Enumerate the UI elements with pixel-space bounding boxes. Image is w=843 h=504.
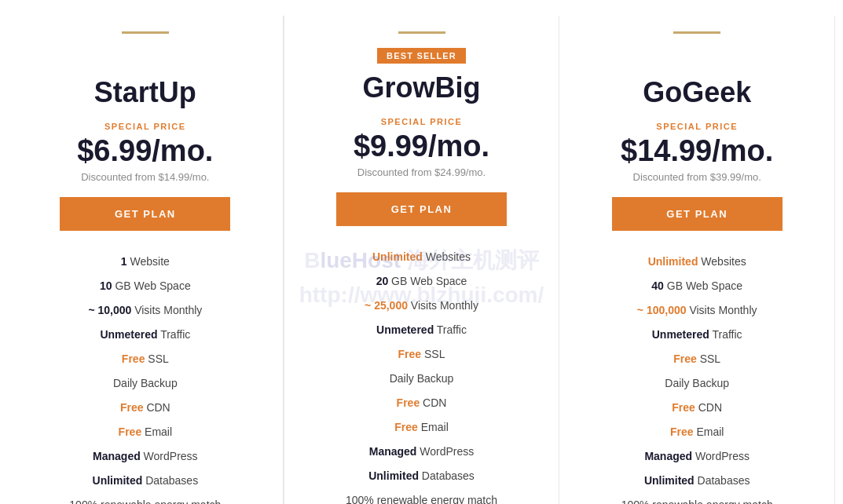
feature-bold: 10 (100, 279, 112, 292)
feature-bold: Free (119, 425, 142, 438)
discounted-from-growbig: Discounted from $24.99/mo. (308, 166, 536, 178)
feature-item: ~ 25,000 Visits Monthly (308, 294, 536, 318)
features-list-gogeek: Unlimited Websites40 GB Web Space~ 100,0… (583, 250, 811, 504)
feature-item: 100% renewable energy match (583, 493, 811, 504)
get-plan-button-gogeek[interactable]: GET PLAN (612, 197, 783, 231)
feature-item: Managed WordPress (308, 440, 536, 464)
get-plan-button-growbig[interactable]: GET PLAN (336, 192, 507, 226)
feature-item: Managed WordPress (31, 444, 259, 469)
plan-divider-gogeek (673, 31, 720, 34)
feature-item: Unlimited Websites (308, 245, 536, 269)
feature-item: Unlimited Databases (308, 464, 536, 488)
features-list-growbig: Unlimited Websites20 GB Web Space~ 25,00… (308, 245, 536, 504)
feature-item: 100% renewable energy match (308, 488, 536, 504)
feature-bold: Free (398, 348, 422, 360)
feature-item: Daily Backup (31, 371, 259, 396)
badge-placeholder (31, 48, 259, 68)
plan-card-gogeek: GoGeekSPECIAL PRICE$14.99/mo.Discounted … (559, 16, 835, 504)
feature-bold: Unlimited (368, 469, 419, 482)
feature-item: Free SSL (308, 342, 536, 367)
feature-bold: Unmetered (652, 328, 709, 341)
feature-bold: Free (122, 352, 145, 365)
feature-item: Unmetered Traffic (308, 318, 536, 342)
feature-bold: Unmetered (376, 323, 434, 336)
price-startup: $6.99/mo. (31, 134, 259, 168)
discounted-from-gogeek: Discounted from $39.99/mo. (583, 171, 811, 183)
feature-item: Free Email (308, 415, 536, 440)
feature-item: Free CDN (583, 396, 811, 420)
feature-item: ~ 100,000 Visits Monthly (583, 298, 811, 323)
plan-name-growbig: GrowBig (308, 71, 536, 104)
badge-placeholder (583, 48, 811, 68)
feature-bold: Unlimited (648, 255, 698, 268)
price-gogeek: $14.99/mo. (583, 134, 811, 168)
feature-item: Free CDN (308, 391, 536, 415)
feature-bold: Free (394, 421, 418, 433)
feature-item: Unmetered Traffic (31, 323, 259, 347)
plan-name-startup: StartUp (31, 76, 259, 109)
feature-bold: Free (120, 401, 144, 414)
feature-bold: 40 (651, 279, 664, 292)
feature-item: Daily Backup (583, 371, 811, 396)
plan-card-growbig: BEST SELLERGrowBigSPECIAL PRICE$9.99/mo.… (284, 16, 560, 504)
feature-item: 100% renewable energy match (31, 493, 259, 504)
best-seller-badge: BEST SELLER (377, 48, 466, 64)
feature-item: 20 GB Web Space (308, 269, 536, 294)
feature-bold: Unlimited (644, 474, 695, 487)
feature-item: Unlimited Databases (583, 469, 811, 493)
feature-item: Free SSL (583, 347, 811, 371)
feature-bold: 1 (121, 255, 127, 268)
feature-item: Unmetered Traffic (583, 323, 811, 347)
feature-item: Free Email (583, 420, 811, 444)
plan-divider-growbig (398, 31, 445, 34)
feature-bold: Free (673, 352, 697, 365)
feature-bold: ~ 10,000 (88, 304, 131, 316)
plan-divider-startup (122, 31, 169, 34)
price-growbig: $9.99/mo. (308, 130, 536, 163)
feature-bold: Managed (644, 450, 692, 462)
features-list-startup: 1 Website10 GB Web Space~ 10,000 Visits … (31, 250, 259, 504)
feature-item: Free Email (31, 420, 259, 444)
plan-name-gogeek: GoGeek (583, 76, 811, 109)
feature-item: 40 GB Web Space (583, 274, 811, 298)
special-price-label-startup: SPECIAL PRICE (31, 122, 259, 131)
feature-bold: Free (397, 396, 420, 409)
feature-item: Unlimited Websites (583, 250, 811, 274)
feature-bold: Free (672, 401, 695, 414)
plans-container: StartUpSPECIAL PRICE$6.99/mo.Discounted … (8, 16, 835, 504)
plan-card-startup: StartUpSPECIAL PRICE$6.99/mo.Discounted … (8, 16, 284, 504)
feature-bold: Unlimited (93, 474, 143, 487)
feature-bold: Unmetered (100, 328, 157, 341)
feature-bold: 20 (376, 275, 389, 287)
feature-bold: Free (670, 425, 694, 438)
feature-bold: ~ 25,000 (365, 299, 408, 312)
feature-bold: Managed (93, 450, 141, 462)
special-price-label-growbig: SPECIAL PRICE (308, 117, 536, 126)
feature-item: 10 GB Web Space (31, 274, 259, 298)
feature-bold: Unlimited (372, 250, 423, 263)
feature-item: Managed WordPress (583, 444, 811, 469)
feature-item: Free SSL (31, 347, 259, 371)
feature-item: ~ 10,000 Visits Monthly (31, 298, 259, 323)
feature-item: Unlimited Databases (31, 469, 259, 493)
feature-item: Daily Backup (308, 367, 536, 391)
feature-item: Free CDN (31, 396, 259, 420)
special-price-label-gogeek: SPECIAL PRICE (583, 122, 811, 131)
discounted-from-startup: Discounted from $14.99/mo. (31, 171, 259, 183)
get-plan-button-startup[interactable]: GET PLAN (60, 197, 230, 231)
feature-item: 1 Website (31, 250, 259, 274)
feature-bold: Managed (369, 445, 417, 458)
feature-bold: ~ 100,000 (637, 304, 687, 316)
